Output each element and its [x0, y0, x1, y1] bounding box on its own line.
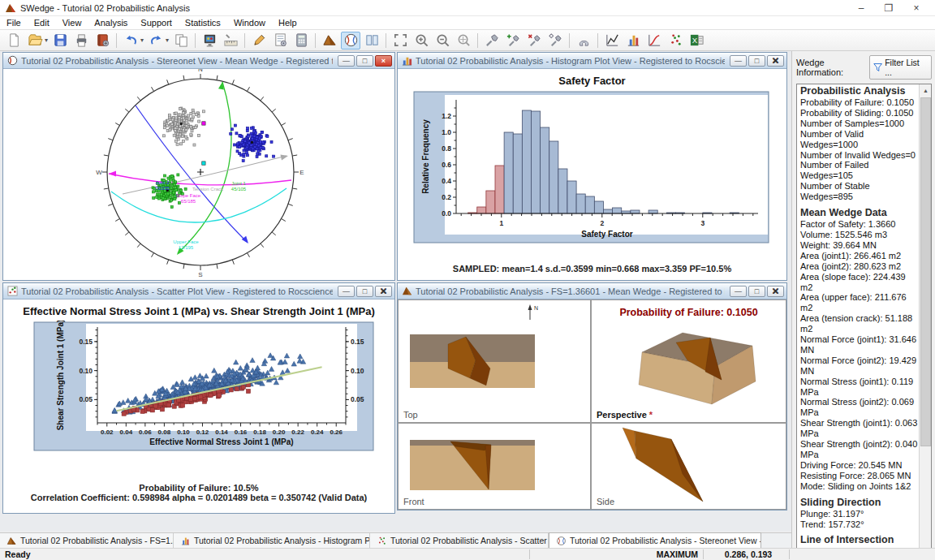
new-file-button[interactable]: [4, 32, 24, 50]
close-icon[interactable]: ×: [903, 1, 930, 15]
wedge-window-titlebar[interactable]: Tutorial 02 Probabilistic Analysis - FS=…: [398, 283, 786, 299]
stereonet-view-button[interactable]: [341, 32, 360, 50]
menu-edit[interactable]: Edit: [28, 17, 56, 28]
scatter-close-icon[interactable]: 🗙: [375, 286, 392, 297]
document-tab[interactable]: Tutorial 02 Probabilistic Analysis - Ste…: [549, 532, 761, 548]
menu-view[interactable]: View: [56, 17, 88, 28]
hammer-apply-button[interactable]: [482, 32, 502, 50]
perspective-view-label: Perspective *: [597, 410, 653, 420]
info-line: Driving Force: 20.545 MN: [800, 460, 918, 471]
histogram-minimize-icon[interactable]: —: [730, 55, 747, 67]
info-line: Shear Strength (joint2): 0.040 MPa: [800, 439, 918, 460]
scatter-window-titlebar[interactable]: Tutorial 02 Probabilistic Analysis - Sca…: [3, 283, 394, 299]
svg-text:0.15: 0.15: [79, 338, 93, 346]
undo-dropdown-icon[interactable]: ▾: [140, 37, 144, 44]
svg-text:0.24: 0.24: [311, 429, 324, 436]
toolbar-separator: [477, 33, 478, 48]
statusbar: Ready MAXIMUM 0.286, 0.193: [0, 548, 935, 560]
copy-pages-button[interactable]: [171, 32, 191, 50]
svg-text:65/185: 65/185: [181, 199, 196, 204]
scatter-restore-icon[interactable]: □: [356, 286, 373, 297]
hammer-settings-button[interactable]: [545, 32, 565, 50]
wedge-restore-icon[interactable]: □: [748, 286, 765, 297]
svg-text:70/235: 70/235: [155, 186, 170, 191]
wedge-close-icon[interactable]: 🗙: [767, 286, 784, 297]
scroll-up-icon[interactable]: ▲: [920, 84, 932, 97]
histogram-restore-icon[interactable]: □: [748, 55, 765, 67]
wedge-minimize-icon[interactable]: —: [730, 286, 747, 297]
save-icon: [53, 32, 68, 48]
svg-text:Relative Frequency: Relative Frequency: [421, 119, 430, 194]
wedge-perspective-view[interactable]: Probability of Failure: 0.1050 Perspecti…: [591, 299, 786, 423]
wedge-information-list[interactable]: Probabilistic AnalysisProbability of Fai…: [796, 84, 932, 559]
stereonet-minimize-icon[interactable]: —: [338, 55, 355, 67]
restore-icon[interactable]: ❐: [875, 1, 903, 15]
menu-analysis[interactable]: Analysis: [88, 17, 134, 28]
ruler-icon: [223, 32, 239, 48]
open-folder-dropdown-icon[interactable]: ▾: [45, 37, 48, 44]
split-columns-button[interactable]: [362, 32, 381, 50]
scroll-thumb[interactable]: [920, 97, 931, 446]
save-book-icon: [95, 32, 110, 48]
wedge-information-panel: Wedge Information: Filter List ... Proba…: [791, 51, 935, 554]
display-monitor-button[interactable]: [200, 32, 219, 50]
wedge-view-button[interactable]: [320, 32, 339, 50]
wedge-front-view[interactable]: Front: [398, 423, 591, 510]
info-line: Area (joint1): 266.461 m2: [800, 251, 918, 261]
edit-pencil-button[interactable]: [249, 32, 269, 50]
toolbar-separator: [195, 33, 196, 48]
menu-help[interactable]: Help: [272, 17, 304, 28]
menu-statistics[interactable]: Statistics: [179, 17, 227, 28]
zoom-pan-button[interactable]: [454, 32, 473, 50]
zoom-out-icon: [435, 32, 450, 48]
svg-text:Safety Factor: Safety Factor: [581, 230, 632, 239]
minimize-icon[interactable]: –: [847, 1, 875, 15]
export-excel-button[interactable]: X: [687, 32, 706, 50]
histogram-plot-button[interactable]: [623, 32, 643, 50]
histogram-close-icon[interactable]: 🗙: [767, 55, 784, 67]
print-button[interactable]: [71, 32, 91, 50]
info-line: Trend: 157.732°: [800, 519, 918, 530]
scatter-minimize-icon[interactable]: —: [338, 286, 355, 297]
save-button[interactable]: [50, 32, 70, 50]
svg-text:0.02: 0.02: [101, 429, 114, 436]
calculator-button[interactable]: [291, 32, 311, 50]
zoom-in-button[interactable]: [411, 32, 431, 50]
edit-pencil-icon: [252, 32, 267, 48]
menu-window[interactable]: Window: [227, 17, 272, 28]
data-sheet-button[interactable]: [270, 32, 290, 50]
undo-button[interactable]: [121, 32, 140, 50]
ruler-button[interactable]: [221, 32, 240, 50]
save-book-button[interactable]: [93, 32, 112, 50]
app-titlebar[interactable]: SWedge - Tutorial 02 Probabilistic Analy…: [0, 0, 935, 16]
stereonet-window-titlebar[interactable]: Tutorial 02 Probabilistic Analysis - Ste…: [3, 53, 394, 69]
zoom-extents-button[interactable]: [390, 32, 410, 50]
svg-text:0.22: 0.22: [291, 429, 304, 436]
stereonet-close-icon[interactable]: ×: [375, 55, 392, 67]
svg-text:2: 2: [600, 219, 604, 227]
list-scrollbar[interactable]: ▲ ▼: [919, 84, 931, 558]
filter-list-button[interactable]: Filter List ...: [869, 55, 932, 80]
stereonet-restore-icon[interactable]: □: [356, 55, 373, 67]
redo-dropdown-icon[interactable]: ▾: [166, 37, 169, 44]
hammer-add-button[interactable]: [503, 32, 523, 50]
wedge-top-view[interactable]: N Top: [398, 299, 591, 423]
document-tab[interactable]: Tutorial 02 Probabilistic Analysis - His…: [174, 533, 370, 548]
info-line: Normal Stress (joint2): 0.069 MPa: [800, 397, 918, 418]
histogram-window-titlebar[interactable]: Tutorial 02 Probabilistic Analysis - His…: [398, 53, 786, 69]
svg-text:Upper Face: Upper Face: [173, 239, 199, 244]
line-plot-button[interactable]: [602, 32, 622, 50]
menu-file[interactable]: File: [0, 17, 28, 28]
histogram-title: Safety Factor: [398, 69, 786, 90]
hammer-delete-button[interactable]: [524, 32, 544, 50]
document-tab[interactable]: Tutorial 02 Probabilistic Analysis - Sca…: [370, 533, 549, 548]
redo-button[interactable]: [146, 32, 166, 50]
zoom-out-button[interactable]: [433, 32, 452, 50]
scatter-plot-button[interactable]: [666, 32, 685, 50]
open-folder-button[interactable]: [25, 32, 45, 50]
document-tab[interactable]: Tutorial 02 Probabilistic Analysis - FS=…: [0, 533, 174, 548]
menu-support[interactable]: Support: [134, 17, 179, 28]
wedge-side-view[interactable]: Side: [591, 423, 786, 510]
cumulative-plot-button[interactable]: [644, 32, 664, 50]
magnet-omega-button[interactable]: [574, 32, 593, 50]
